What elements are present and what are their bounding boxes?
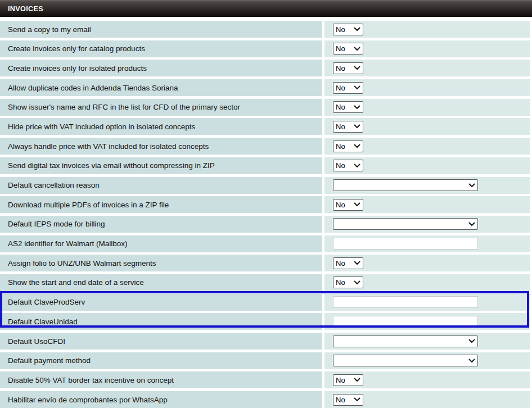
settings-row: Disable 50% VAT border tax incentive on … xyxy=(0,371,532,388)
setting-control-cell xyxy=(324,216,530,233)
setting-label: Assign folio to UNZ/UNB Walmart segments xyxy=(0,255,322,271)
setting-label: Disable 50% VAT border tax incentive on … xyxy=(0,371,322,388)
setting-control-cell: No xyxy=(324,40,530,57)
settings-row: Send a copy to my email No xyxy=(0,21,532,38)
setting-control-cell: No xyxy=(324,371,530,388)
setting-select[interactable]: No xyxy=(333,43,363,55)
select-wrapper: No xyxy=(333,374,363,386)
setting-select[interactable]: No xyxy=(333,276,363,288)
settings-row: Default cancellation reason xyxy=(0,177,532,194)
setting-control-cell: No xyxy=(324,274,530,291)
select-wrapper xyxy=(333,218,478,230)
setting-control-cell: No xyxy=(324,60,530,76)
setting-label: Create invoices only for isolated produc… xyxy=(0,60,322,76)
setting-select[interactable]: No xyxy=(333,257,363,269)
setting-select[interactable]: No xyxy=(333,101,363,113)
setting-label: Send digital tax invoices via email with… xyxy=(0,157,322,174)
select-wrapper: No xyxy=(333,121,363,133)
setting-label: Default payment method xyxy=(0,352,322,369)
settings-table: Send a copy to my email No Create invoic… xyxy=(0,17,532,408)
setting-label: Send a copy to my email xyxy=(0,21,322,38)
setting-control-cell xyxy=(324,177,530,194)
settings-row: Habilitar envío de comprobantes por What… xyxy=(0,391,532,408)
setting-select[interactable] xyxy=(333,355,478,366)
setting-select[interactable]: No xyxy=(333,24,363,35)
select-wrapper: No xyxy=(333,394,363,406)
select-wrapper: No xyxy=(333,62,363,74)
setting-label: Default cancellation reason xyxy=(0,177,322,194)
setting-select[interactable]: No xyxy=(333,82,363,94)
select-wrapper: No xyxy=(333,24,363,35)
settings-row: Hide price with VAT included option in i… xyxy=(0,118,532,135)
setting-select[interactable] xyxy=(333,336,478,347)
setting-select[interactable] xyxy=(333,218,478,230)
select-wrapper: No xyxy=(333,276,363,288)
select-wrapper: No xyxy=(333,160,363,171)
select-wrapper xyxy=(333,179,478,191)
setting-control-cell: No xyxy=(324,79,530,96)
settings-row: Assign folio to UNZ/UNB Walmart segments… xyxy=(0,255,532,271)
setting-control-cell: No xyxy=(324,118,530,135)
setting-label: Default UsoCFDI xyxy=(0,333,322,350)
setting-select[interactable] xyxy=(333,179,478,191)
setting-select[interactable]: No xyxy=(333,394,363,406)
setting-label: Show the start and end date of a service xyxy=(0,274,322,291)
setting-label: Download multiple PDFs of invoices in a … xyxy=(0,196,322,213)
section-title: INVOICES xyxy=(8,5,43,13)
setting-control-cell xyxy=(324,333,530,350)
setting-label: Create invoices only for catalog product… xyxy=(0,40,322,57)
setting-control-cell: No xyxy=(324,157,530,174)
setting-control-cell xyxy=(324,235,530,252)
settings-row: Default ClaveUnidad xyxy=(0,313,532,330)
setting-text-input[interactable] xyxy=(333,316,478,328)
setting-control-cell: No xyxy=(324,255,530,271)
setting-control-cell: No xyxy=(324,138,530,155)
settings-row: Create invoices only for isolated produc… xyxy=(0,60,532,76)
setting-control-cell: No xyxy=(324,99,530,116)
setting-label: Default IEPS mode for billing xyxy=(0,216,322,233)
setting-label: Default ClaveUnidad xyxy=(0,313,322,330)
setting-select[interactable]: No xyxy=(333,160,363,171)
setting-label: AS2 identifier for Walmart (Mailbox) xyxy=(0,235,322,252)
setting-label: Always handle price with VAT included fo… xyxy=(0,138,322,155)
settings-row: Send digital tax invoices via email with… xyxy=(0,157,532,174)
invoices-settings-page: INVOICES Send a copy to my email No Crea… xyxy=(0,0,532,408)
setting-control-cell: No xyxy=(324,21,530,38)
settings-row: Show issuer's name and RFC in the list f… xyxy=(0,99,532,116)
settings-row: Default payment method xyxy=(0,352,532,369)
settings-row: Show the start and end date of a service… xyxy=(0,274,532,291)
setting-select[interactable]: No xyxy=(333,140,363,152)
select-wrapper: No xyxy=(333,140,363,152)
setting-select[interactable]: No xyxy=(333,374,363,386)
setting-control-cell xyxy=(324,313,530,330)
setting-label: Hide price with VAT included option in i… xyxy=(0,118,322,135)
settings-row: Default IEPS mode for billing xyxy=(0,216,532,233)
settings-row: Download multiple PDFs of invoices in a … xyxy=(0,196,532,213)
select-wrapper xyxy=(333,355,478,366)
setting-select[interactable]: No xyxy=(333,121,363,133)
setting-control-cell xyxy=(324,294,530,311)
settings-row: Always handle price with VAT included fo… xyxy=(0,138,532,155)
setting-label: Default ClaveProdServ xyxy=(0,294,322,311)
setting-label: Habilitar envío de comprobantes por What… xyxy=(0,391,322,408)
setting-select[interactable]: No xyxy=(333,199,363,211)
select-wrapper: No xyxy=(333,82,363,94)
select-wrapper xyxy=(333,336,478,347)
setting-control-cell xyxy=(324,352,530,369)
select-wrapper: No xyxy=(333,101,363,113)
setting-text-input[interactable] xyxy=(333,238,478,250)
settings-row: Create invoices only for catalog product… xyxy=(0,40,532,57)
section-header: INVOICES xyxy=(0,0,532,17)
settings-row: Default UsoCFDI xyxy=(0,333,532,350)
setting-label: Show issuer's name and RFC in the list f… xyxy=(0,99,322,116)
select-wrapper: No xyxy=(333,199,363,211)
setting-text-input[interactable] xyxy=(333,296,478,308)
settings-row: AS2 identifier for Walmart (Mailbox) xyxy=(0,235,532,252)
select-wrapper: No xyxy=(333,43,363,55)
setting-control-cell: No xyxy=(324,196,530,213)
setting-label: Allow duplicate codes in Addenda Tiendas… xyxy=(0,79,322,96)
select-wrapper: No xyxy=(333,257,363,269)
setting-select[interactable]: No xyxy=(333,62,363,74)
settings-row: Allow duplicate codes in Addenda Tiendas… xyxy=(0,79,532,96)
settings-row: Default ClaveProdServ xyxy=(0,294,532,311)
